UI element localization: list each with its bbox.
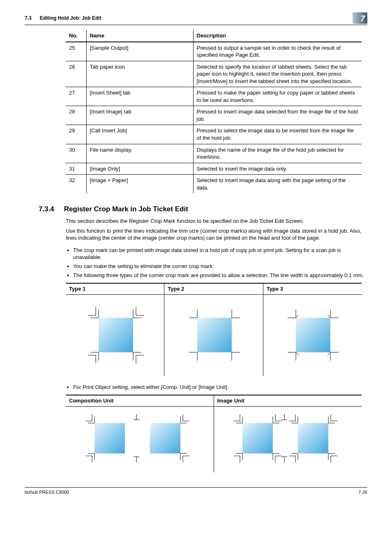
list-item: For Print Object setting, select either … bbox=[73, 384, 366, 391]
table-row: 29[Call Insert Job]Pressed to select the… bbox=[66, 125, 362, 144]
table-row: 25[Sample Output]Pressed to output a sam… bbox=[66, 42, 362, 61]
image-unit-illustration bbox=[214, 406, 362, 472]
crop-type-table: Type 1 Type 2 Type 3 bbox=[66, 283, 362, 376]
subsection-title: Register Crop Mark in Job Ticket Edit bbox=[64, 205, 188, 214]
footer-product: bizhub PRESS C8000 bbox=[25, 489, 69, 495]
bullet-list: The crop mark can be printed with image … bbox=[66, 247, 366, 279]
svg-rect-1 bbox=[197, 318, 232, 352]
bullet-list: For Print Object setting, select either … bbox=[66, 384, 366, 391]
paragraph: This section describes the Register Crop… bbox=[66, 217, 366, 225]
footer-page-number: 7-26 bbox=[358, 489, 367, 495]
crop-mark-type1-icon bbox=[74, 301, 156, 370]
paragraph: Use this function to print the lines ind… bbox=[66, 227, 366, 242]
list-item: You can make the setting to eliminate th… bbox=[73, 263, 366, 270]
composition-unit-illustration bbox=[66, 406, 214, 472]
list-item: The crop mark can be printed with image … bbox=[73, 247, 366, 261]
table-row: 26Tab paper iconSelected to specify the … bbox=[66, 61, 362, 87]
svg-rect-2 bbox=[296, 318, 330, 352]
table-header-row: No. Name Description bbox=[66, 30, 362, 42]
table-row: 28[Insert Image] tabPressed to insert im… bbox=[66, 106, 362, 125]
section-title: Editing Hold Job: Job Edit bbox=[40, 15, 101, 21]
image-unit-header: Image Unit bbox=[214, 395, 362, 406]
list-item: The following three types of the corner … bbox=[73, 272, 366, 279]
table-row: 31[Image Only]Selected to insert the ima… bbox=[66, 163, 362, 175]
crop-mark-type3-icon bbox=[271, 301, 353, 370]
col-desc: Description bbox=[193, 30, 362, 42]
subsection-heading: 7.3.4 Register Crop Mark in Job Ticket E… bbox=[39, 205, 367, 214]
unit-table: Composition Unit Image Unit bbox=[66, 395, 362, 472]
type3-illustration bbox=[263, 294, 362, 376]
col-name: Name bbox=[86, 30, 193, 42]
svg-rect-0 bbox=[99, 318, 133, 352]
composition-unit-icon bbox=[72, 411, 208, 472]
type3-header: Type 3 bbox=[263, 283, 362, 294]
spec-table: No. Name Description 25[Sample Output]Pr… bbox=[66, 30, 362, 193]
table-row: 27[Insert Sheet] tabPressed to make the … bbox=[66, 87, 362, 106]
image-unit-icon bbox=[220, 411, 355, 472]
composition-unit-header: Composition Unit bbox=[66, 395, 214, 406]
page-footer: bizhub PRESS C8000 7-26 bbox=[25, 487, 367, 495]
section-number: 7.3 bbox=[25, 15, 32, 21]
subsection-number: 7.3.4 bbox=[39, 205, 54, 214]
crop-mark-type2-icon bbox=[173, 301, 255, 370]
type2-illustration bbox=[164, 294, 263, 376]
chapter-badge: 7 bbox=[353, 12, 367, 24]
table-row: 30File name displayDisplays the name of … bbox=[66, 144, 362, 163]
type1-illustration bbox=[66, 294, 164, 376]
page-header: 7.3 Editing Hold Job: Job Edit 7 bbox=[25, 12, 367, 25]
type1-header: Type 1 bbox=[66, 283, 164, 294]
table-row: 32[Image + Paper]Selected to insert imag… bbox=[66, 175, 362, 194]
type2-header: Type 2 bbox=[164, 283, 263, 294]
col-no: No. bbox=[66, 30, 86, 42]
